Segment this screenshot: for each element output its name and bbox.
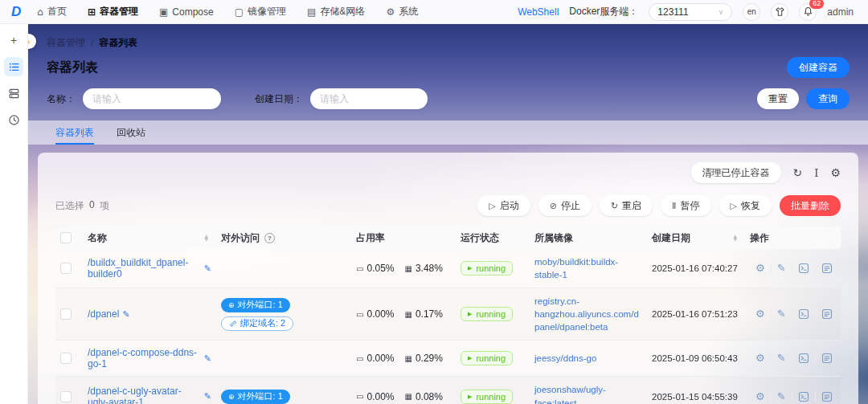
status-badge: ▶running — [461, 351, 513, 365]
container-edit-icon[interactable]: ✎ — [771, 353, 792, 364]
logs-icon[interactable] — [815, 391, 838, 402]
container-settings-icon[interactable]: ⚙ — [750, 391, 771, 402]
docker-host-select[interactable]: 123111 ∨ — [649, 3, 732, 21]
container-list-panel: 清理已停止容器 ↻ I ⚙ 已选择 0 项 ▷启动 ⊘停止 ↻重启 — [38, 153, 858, 404]
link-icon — [229, 320, 237, 328]
column-header-name[interactable]: 名称 ▲▼ — [83, 231, 216, 245]
table-row: /dpanel-c-compose-ddns-go-1 ✎ ▭0.00% ▦0.… — [55, 341, 841, 377]
table-row: /dpanel ✎ ⊕对外端口: 1 绑定域名: 2 ▭0.00% ▦0.17%… — [55, 288, 841, 341]
server-icon — [8, 88, 20, 100]
sort-icons[interactable]: ▲▼ — [733, 235, 737, 242]
bound-domain-badge[interactable]: 绑定域名: 2 — [221, 316, 293, 331]
sort-icons[interactable]: ▲▼ — [204, 235, 208, 242]
start-button[interactable]: ▷启动 — [477, 195, 530, 216]
rename-icon[interactable]: ✎ — [122, 309, 129, 320]
resume-button[interactable]: ▷恢复 — [719, 195, 772, 216]
left-sidebar: + — [0, 24, 28, 404]
sidebar-item-container-list[interactable] — [4, 57, 23, 76]
terminal-icon[interactable] — [792, 308, 815, 320]
image-link[interactable]: jeessy/ddns-go — [534, 352, 596, 365]
nav-item-containers[interactable]: ⊞ 容器管理 — [88, 5, 138, 18]
density-icon[interactable]: I — [814, 167, 818, 179]
breadcrumb-current: 容器列表 — [99, 36, 137, 50]
theme-button[interactable] — [771, 3, 788, 21]
logs-icon[interactable] — [815, 353, 838, 364]
clean-stopped-button[interactable]: 清理已停止容器 — [691, 162, 781, 183]
nav-item-images[interactable]: ▢ 镜像管理 — [235, 5, 286, 18]
language-button[interactable]: en — [743, 3, 760, 21]
column-header-ops: 操作 — [745, 231, 841, 245]
create-container-button[interactable]: 创建容器 — [787, 57, 850, 78]
terminal-icon[interactable] — [792, 353, 815, 364]
cpu-icon: ▭ — [356, 310, 363, 319]
container-edit-icon[interactable]: ✎ — [771, 263, 792, 274]
column-header-created[interactable]: 创建日期 ▲▼ — [647, 231, 745, 245]
play-icon: ▶ — [468, 394, 472, 400]
container-settings-icon[interactable]: ⚙ — [750, 263, 771, 274]
image-link[interactable]: moby/buildkit:buildx-stable-1 — [534, 255, 642, 281]
select-all-checkbox[interactable] — [60, 232, 72, 243]
image-link[interactable]: joesonshaw/ugly-face:latest — [534, 383, 642, 404]
date-filter-input[interactable] — [310, 88, 428, 109]
row-checkbox[interactable] — [60, 308, 72, 320]
bulk-action-bar: 已选择 0 项 ▷启动 ⊘停止 ↻重启 Ⅱ暂停 ▷恢复 — [55, 195, 841, 216]
add-shortcut-button[interactable]: + — [4, 31, 23, 50]
logs-icon[interactable] — [815, 308, 838, 320]
terminal-icon[interactable] — [792, 391, 815, 402]
sidebar-item-resources[interactable] — [4, 84, 23, 103]
nav-item-compose[interactable]: ▣ Compose — [159, 6, 214, 18]
question-circle-icon[interactable]: ? — [264, 233, 275, 243]
name-filter-input[interactable] — [83, 88, 221, 109]
batch-delete-button[interactable]: 批量删除 — [780, 195, 841, 216]
top-navbar: D ⌂ 首页 ⊞ 容器管理 ▣ Compose ▢ 镜像管理 ▤ 存储&网络 ⚙… — [0, 0, 868, 24]
rename-icon[interactable]: ✎ — [204, 263, 211, 274]
container-edit-icon[interactable]: ✎ — [771, 391, 792, 402]
stop-button[interactable]: ⊘停止 — [538, 195, 592, 216]
refresh-icon[interactable]: ↻ — [793, 166, 803, 179]
breadcrumb-parent[interactable]: 容器管理 — [47, 36, 85, 50]
navbar-right: WebShell Docker服务端： 123111 ∨ en 62 admin — [518, 3, 854, 21]
row-checkbox[interactable] — [60, 391, 72, 402]
play-icon: ▶ — [468, 265, 472, 271]
play-icon: ▶ — [468, 355, 472, 361]
logs-icon[interactable] — [815, 263, 838, 274]
tab-recycle-bin[interactable]: 回收站 — [117, 120, 145, 145]
notifications-button[interactable]: 62 — [799, 3, 817, 21]
nav-item-system[interactable]: ⚙ 系统 — [386, 5, 418, 18]
row-checkbox[interactable] — [60, 353, 72, 364]
webshell-link[interactable]: WebShell — [518, 6, 559, 18]
exposed-port-badge[interactable]: ⊕对外端口: 1 — [221, 298, 290, 312]
sidebar-item-history[interactable] — [4, 110, 23, 129]
page-title: 容器列表 — [47, 59, 98, 76]
container-name-link[interactable]: /dpanel-c-ugly-avatar-ugly-avatar-1 — [88, 386, 201, 404]
container-name-link[interactable]: /dpanel — [88, 308, 119, 320]
tab-container-list[interactable]: 容器列表 — [55, 120, 94, 145]
container-edit-icon[interactable]: ✎ — [771, 308, 792, 320]
column-settings-icon[interactable]: ⚙ — [830, 166, 841, 179]
exposed-port-badge[interactable]: ⊕对外端口: 1 — [221, 390, 290, 404]
pause-button[interactable]: Ⅱ暂停 — [661, 195, 710, 216]
image-link[interactable]: registry.cn-hangzhou.aliyuncs.com/dpanel… — [534, 295, 642, 333]
selected-count: 0 — [89, 199, 95, 213]
nav-item-home[interactable]: ⌂ 首页 — [37, 5, 67, 18]
rename-icon[interactable]: ✎ — [204, 391, 211, 402]
container-name-link[interactable]: /dpanel-c-compose-ddns-go-1 — [88, 347, 201, 369]
row-checkbox[interactable] — [60, 263, 72, 274]
tshirt-icon — [775, 6, 785, 17]
chevron-down-icon: ∨ — [719, 8, 724, 16]
system-gear-icon: ⚙ — [386, 6, 395, 18]
rename-icon[interactable]: ✎ — [204, 353, 211, 364]
container-name-link[interactable]: /buildx_buildkit_dpanel-builder0 — [88, 257, 201, 280]
sidebar-collapse-button[interactable]: › — [28, 34, 36, 49]
nav-item-storage-network[interactable]: ▤ 存储&网络 — [307, 5, 365, 18]
restart-button[interactable]: ↻重启 — [600, 195, 653, 216]
dpanel-logo[interactable]: D — [11, 4, 21, 20]
container-settings-icon[interactable]: ⚙ — [750, 353, 771, 364]
username-menu[interactable]: admin — [827, 6, 854, 18]
container-settings-icon[interactable]: ⚙ — [750, 308, 771, 320]
container-table: 名称 ▲▼ 对外访问 ? 占用率 运行状态 所属镜像 创建日期 ▲▼ 操作 — [55, 226, 841, 404]
reset-button[interactable]: 重置 — [757, 88, 799, 109]
image-icon: ▢ — [235, 6, 244, 18]
query-button[interactable]: 查询 — [806, 88, 850, 109]
terminal-icon[interactable] — [792, 263, 815, 274]
